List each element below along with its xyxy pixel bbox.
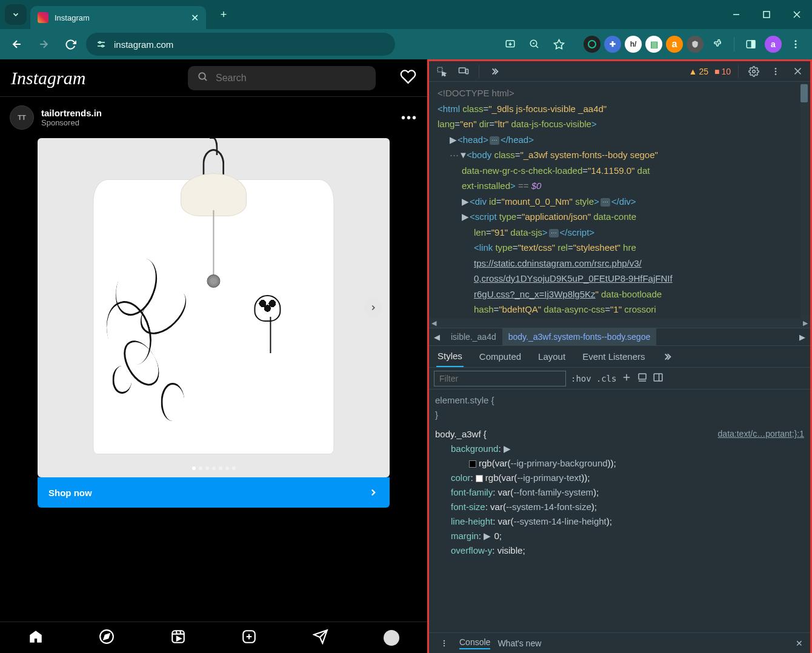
create-icon[interactable] xyxy=(241,629,257,647)
svg-rect-1 xyxy=(764,12,770,18)
instagram-logo[interactable]: Instagram xyxy=(11,68,85,88)
tab-event-listeners[interactable]: Event Listeners xyxy=(581,346,646,367)
post-media[interactable] xyxy=(38,138,390,477)
svg-rect-48 xyxy=(639,374,646,379)
tab-title: Instagram xyxy=(55,13,185,22)
devtools-close-icon[interactable] xyxy=(790,64,805,79)
drawer-menu-icon[interactable] xyxy=(436,635,452,651)
device-toolbar-icon[interactable] xyxy=(456,64,471,79)
svg-point-54 xyxy=(444,645,445,646)
profile-avatar[interactable]: a xyxy=(765,36,782,53)
back-button[interactable] xyxy=(6,33,28,55)
minimize-button[interactable] xyxy=(721,0,751,29)
window-titlebar: Instagram ✕ + xyxy=(0,0,812,29)
side-panel-icon[interactable] xyxy=(740,34,761,55)
home-icon[interactable] xyxy=(28,629,44,647)
tab-layout[interactable]: Layout xyxy=(537,346,567,367)
extension-ublock-icon[interactable] xyxy=(687,36,704,53)
extension-plus-icon[interactable]: ✚ xyxy=(604,36,621,53)
svg-line-29 xyxy=(176,631,177,634)
more-tabs-icon[interactable] xyxy=(487,64,502,79)
svg-point-8 xyxy=(99,42,101,44)
cls-button[interactable]: .cls xyxy=(596,374,617,383)
divider xyxy=(479,65,479,78)
toggle-sidebar-icon[interactable] xyxy=(653,372,664,385)
tab-search-dropdown[interactable] xyxy=(5,4,27,25)
extensions-menu-icon[interactable] xyxy=(707,34,728,55)
notifications-heart-icon[interactable] xyxy=(400,68,416,87)
zoom-icon[interactable] xyxy=(524,34,545,55)
shop-now-button[interactable]: Shop now xyxy=(38,477,390,508)
post-image xyxy=(38,138,390,477)
computed-styles-icon[interactable] xyxy=(637,372,648,385)
profile-nav-avatar[interactable] xyxy=(384,630,399,646)
carousel-dots xyxy=(192,466,236,470)
instagram-pane: Instagram TT tailortrends.in Sponsored •… xyxy=(0,59,427,653)
devtools-menu-icon[interactable] xyxy=(768,64,784,79)
post-user-info: tailortrends.in Sponsored xyxy=(41,108,394,127)
inspect-element-icon[interactable] xyxy=(434,64,450,79)
reels-icon[interactable] xyxy=(170,629,186,647)
breadcrumb-item-selected[interactable]: body._a3wf.system-fonts--body.segoe xyxy=(502,328,657,345)
styles-filter-input[interactable] xyxy=(434,371,566,386)
settings-gear-icon[interactable] xyxy=(746,64,762,79)
hov-button[interactable]: :hov xyxy=(571,374,591,383)
devtools-pane: ▲ 25 ■ 10 <!DOCTYPE html> <html class="_… xyxy=(427,59,812,653)
tab-close-button[interactable]: ✕ xyxy=(191,12,199,24)
instagram-feed[interactable]: TT tailortrends.in Sponsored ••• xyxy=(0,97,427,622)
extension-hw-icon[interactable]: h/ xyxy=(625,36,642,53)
breadcrumb-next-button[interactable]: ▶ xyxy=(794,333,810,342)
styles-content[interactable]: element.style { } body._a3wf {data:text/… xyxy=(429,389,810,562)
toolbar-right: ✚ h/ ▤ a a xyxy=(500,34,806,55)
drawer-tab-whatsnew[interactable]: What's new xyxy=(498,638,541,648)
svg-marker-31 xyxy=(177,637,181,641)
svg-line-24 xyxy=(204,78,207,81)
sponsored-post: TT tailortrends.in Sponsored ••• xyxy=(0,97,427,516)
horizontal-scrollbar[interactable]: ◀▶ xyxy=(429,318,810,328)
window-controls xyxy=(721,0,812,29)
maximize-button[interactable] xyxy=(751,0,782,29)
url-text: instagram.com xyxy=(114,39,173,50)
chevron-right-icon xyxy=(368,487,379,498)
drawer-tab-console[interactable]: Console xyxy=(459,637,490,649)
post-avatar[interactable]: TT xyxy=(10,105,34,130)
post-more-button[interactable]: ••• xyxy=(401,111,418,125)
more-tabs-icon[interactable] xyxy=(661,346,673,367)
bookmark-icon[interactable] xyxy=(548,34,569,55)
install-app-icon[interactable] xyxy=(500,34,521,55)
post-username[interactable]: tailortrends.in xyxy=(41,108,394,118)
explore-icon[interactable] xyxy=(99,629,115,647)
divider xyxy=(738,65,739,78)
toolbar-divider xyxy=(734,37,734,51)
messages-icon[interactable] xyxy=(313,629,328,647)
breadcrumb-item[interactable]: isible._aa4d xyxy=(445,332,502,342)
search-input[interactable] xyxy=(188,66,376,90)
scrollbar[interactable] xyxy=(800,83,809,318)
drawer-close-icon[interactable]: ✕ xyxy=(796,638,803,648)
tab-computed[interactable]: Computed xyxy=(478,346,522,367)
svg-marker-15 xyxy=(554,39,564,48)
chrome-menu-icon[interactable] xyxy=(785,34,806,55)
warnings-badge[interactable]: ▲ 25 xyxy=(689,67,708,76)
site-settings-icon[interactable] xyxy=(95,38,108,51)
window-close-button[interactable] xyxy=(782,0,812,29)
address-bar[interactable]: instagram.com xyxy=(86,33,395,56)
tab-styles[interactable]: Styles xyxy=(436,346,464,367)
svg-point-42 xyxy=(775,70,777,72)
new-style-rule-icon[interactable] xyxy=(621,372,632,385)
new-tab-button[interactable]: + xyxy=(215,5,233,24)
breadcrumb-prev-button[interactable]: ◀ xyxy=(429,333,445,342)
dom-tree[interactable]: <!DOCTYPE html> <html class="_9dls js-fo… xyxy=(429,82,810,318)
forward-button[interactable] xyxy=(33,33,55,55)
search-field[interactable] xyxy=(216,73,366,84)
carousel-next-button[interactable] xyxy=(364,299,382,317)
extension-a-icon[interactable]: a xyxy=(666,36,683,53)
devtools-toolbar: ▲ 25 ■ 10 xyxy=(429,61,810,82)
svg-point-22 xyxy=(795,47,797,48)
extension-grammarly-icon[interactable] xyxy=(584,36,601,53)
errors-badge[interactable]: ■ 10 xyxy=(714,67,731,76)
browser-tab[interactable]: Instagram ✕ xyxy=(30,6,206,29)
svg-rect-37 xyxy=(438,67,442,72)
extension-doc-icon[interactable]: ▤ xyxy=(645,36,662,53)
reload-button[interactable] xyxy=(59,33,81,55)
